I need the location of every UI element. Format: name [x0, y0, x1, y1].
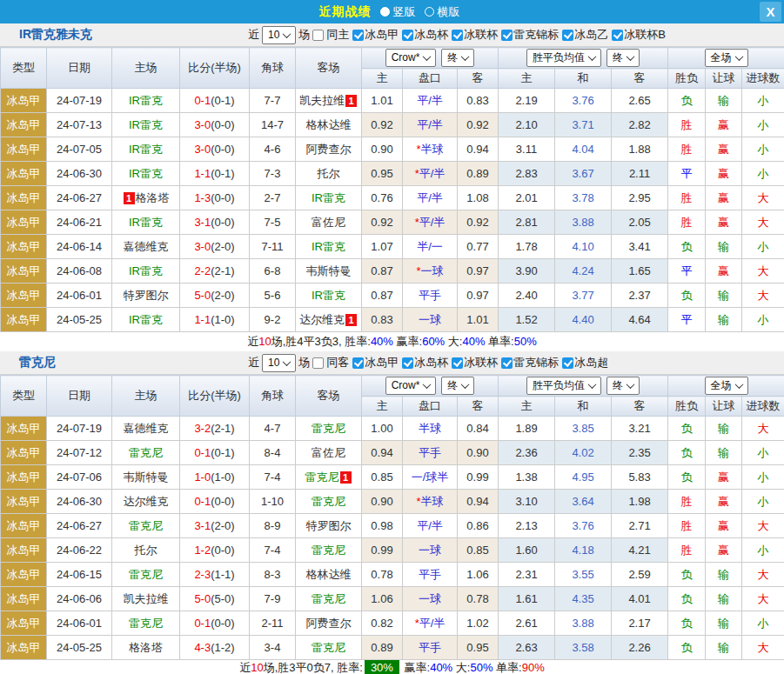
league-checkbox[interactable]	[452, 357, 463, 369]
euro-draw-odds: 3.78	[555, 186, 612, 210]
away-team-name: 雷克尼	[305, 470, 339, 484]
sub-column-header: 主	[362, 397, 403, 417]
games-count-select[interactable]: 10	[262, 26, 296, 44]
column-header: 客场	[296, 376, 362, 417]
result-handicap-cell: 赢	[706, 514, 742, 538]
halftime-score: (0-0)	[211, 191, 234, 204]
column-header: 角球	[250, 48, 296, 89]
halftime-score: (1-0)	[211, 313, 234, 326]
league-checkbox[interactable]	[402, 357, 413, 369]
halftime-score: (1-2)	[211, 641, 234, 654]
away-team-cell: IR雷克	[296, 284, 362, 308]
euro-draw-odds: 4.02	[555, 441, 612, 465]
asian-away-odds: 0.97	[458, 259, 499, 284]
away-team-cell: 达尔维克1	[296, 308, 362, 332]
result-handicap-cell: 赢	[706, 490, 742, 514]
league-checkbox[interactable]	[562, 357, 573, 369]
asian-home-odds: 0.99	[362, 538, 403, 563]
handicap-cell: *一球	[403, 259, 458, 284]
same-venue-checkbox[interactable]	[312, 30, 324, 41]
euro-company-select[interactable]: 胜平负均值	[526, 377, 601, 395]
league-checkbox[interactable]	[501, 30, 513, 41]
handicap-text: 平/半	[419, 167, 446, 180]
result-wdl-cell: 负	[668, 417, 706, 441]
euro-home-odds: 2.61	[499, 611, 555, 636]
euro-away-odds: 2.11	[612, 162, 668, 186]
result-wdl-cell: 胜	[668, 514, 706, 538]
league-label: 雷克锦标	[513, 355, 559, 370]
home-team-name: 雷克尼	[129, 617, 163, 630]
chevron-down-icon	[627, 380, 635, 389]
sub-column-header: 客	[612, 397, 668, 417]
same-venue-label: 同主	[326, 27, 349, 43]
league-filter-item: 冰岛超	[562, 355, 608, 370]
sub-column-header: 主	[499, 69, 555, 89]
league-checkbox[interactable]	[562, 30, 573, 41]
euro-final-select[interactable]: 终	[606, 49, 640, 67]
home-team-name: 凯夫拉维	[124, 592, 169, 605]
home-team-name: 雷克尼	[129, 446, 163, 459]
handicap-text: 半球	[419, 422, 441, 435]
home-team-cell: 特罗图尔	[112, 284, 180, 308]
league-cell: 冰岛甲	[1, 441, 47, 465]
asian-company-select[interactable]: Crow*	[385, 377, 437, 395]
league-filter-item: 冰岛杯	[402, 355, 448, 370]
home-team-name: IR雷克	[129, 264, 163, 277]
summary-stat-value: 50%	[470, 661, 493, 674]
euro-company-select[interactable]: 胜平负均值	[526, 49, 601, 67]
asian-away-odds: 0.77	[458, 235, 499, 259]
league-checkbox[interactable]	[352, 30, 364, 41]
euro-draw-odds: 3.77	[555, 284, 612, 308]
date-cell: 24-07-19	[47, 417, 112, 441]
chevron-down-icon	[734, 380, 743, 389]
handicap-text: 平/半	[417, 191, 443, 204]
league-checkbox[interactable]	[352, 357, 364, 369]
home-team-cell: IR雷克	[112, 89, 180, 113]
league-checkbox[interactable]	[452, 30, 463, 41]
asian-company-select[interactable]: Crow*	[385, 49, 437, 67]
halftime-score: (0-1)	[211, 94, 234, 107]
asian-final-select[interactable]: 终	[441, 377, 474, 395]
fulltime-score: 1-1	[194, 313, 211, 326]
asian-away-odds: 0.89	[458, 162, 499, 186]
chevron-down-icon	[588, 380, 597, 389]
handicap-text: 平/半	[417, 519, 443, 532]
halftime-score: (1-0)	[211, 470, 234, 484]
asian-home-odds: 0.92	[362, 113, 403, 137]
away-team-name: 雷克尼	[312, 422, 345, 435]
league-checkbox[interactable]	[612, 30, 623, 41]
home-team-name: IR雷克	[129, 143, 163, 156]
away-team-name: 凯夫拉维	[299, 94, 345, 107]
handicap-cell: 半/一	[403, 235, 458, 259]
result-wdl-cell: 负	[668, 235, 706, 259]
home-team-name: 格洛塔	[129, 641, 163, 654]
league-checkbox[interactable]	[501, 357, 513, 369]
asian-away-odds: 0.94	[458, 490, 499, 514]
full-scope-select[interactable]: 全场	[705, 377, 748, 395]
asian-final-select[interactable]: 终	[441, 49, 474, 67]
home-team-cell: 韦斯特曼	[112, 465, 180, 490]
asian-away-odds: 0.90	[458, 441, 499, 465]
score-cell: 3-0(0-0)	[180, 137, 250, 162]
home-team-cell: 凯夫拉维	[112, 587, 180, 611]
euro-final-select[interactable]: 终	[606, 377, 640, 395]
games-count-select[interactable]: 10	[262, 354, 296, 372]
home-team-cell: 达尔维克	[112, 490, 180, 514]
summary-stat-label: 大:	[445, 335, 462, 348]
away-team-name: 雷克尼	[312, 544, 345, 557]
handicap-text: 一球	[419, 544, 441, 557]
halftime-score: (0-0)	[211, 544, 234, 557]
close-icon[interactable]: X	[760, 2, 781, 22]
vertical-view-radio[interactable]	[380, 7, 390, 17]
euro-draw-odds: 3.88	[555, 611, 612, 636]
match-row: 冰岛甲24-05-25格洛塔4-3(1-2)3-4雷克尼0.89平手0.952.…	[1, 636, 784, 660]
score-cell: 1-1(0-1)	[180, 162, 250, 186]
full-scope-select[interactable]: 全场	[705, 49, 748, 67]
handicap-text: 平/半	[417, 94, 443, 107]
same-venue-checkbox[interactable]	[312, 357, 324, 369]
league-cell: 冰岛甲	[1, 137, 47, 162]
league-checkbox[interactable]	[402, 30, 413, 41]
away-team-cell: 韦斯特曼	[296, 259, 362, 284]
filters: 近10场同客冰岛甲冰岛杯冰联杯雷克锦标冰岛超	[248, 351, 608, 374]
horizontal-view-radio[interactable]	[425, 7, 434, 17]
